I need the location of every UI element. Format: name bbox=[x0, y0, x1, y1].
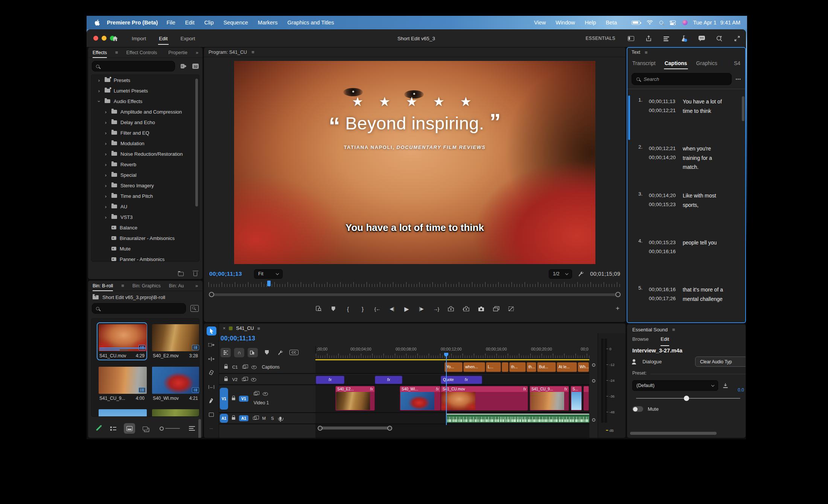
source-patch-a1[interactable]: A1 bbox=[220, 414, 228, 423]
effects-tree-item-noise-reduction-restoration[interactable]: ›Noise Reduction/Restoration bbox=[91, 149, 199, 159]
rectangle-tool[interactable] bbox=[207, 410, 216, 419]
mark-in-icon[interactable]: { bbox=[345, 306, 351, 312]
mark-out-icon[interactable]: } bbox=[360, 306, 366, 312]
linked-selection-icon[interactable] bbox=[248, 348, 258, 357]
track-select-forward-tool[interactable] bbox=[207, 340, 216, 349]
graphic-clip[interactable]: fx bbox=[375, 376, 402, 384]
program-scrollbar[interactable] bbox=[210, 293, 619, 296]
chevron-collapsed-icon[interactable]: › bbox=[104, 141, 108, 146]
thumbnail-view-icon[interactable] bbox=[124, 423, 135, 434]
stacked-panels-icon[interactable] bbox=[662, 35, 670, 42]
siri-icon[interactable] bbox=[682, 20, 688, 25]
effects-tree-item-binauralizer-ambisonics[interactable]: Binauralizer - Ambisonics bbox=[91, 233, 199, 243]
lock-icon[interactable] bbox=[232, 417, 235, 420]
caption-clip[interactable]: Yo... bbox=[444, 362, 463, 372]
lock-icon[interactable] bbox=[224, 378, 228, 381]
timeline-wrench-icon[interactable] bbox=[276, 350, 285, 355]
slip-tool[interactable]: |↔| bbox=[207, 382, 216, 391]
lock-icon[interactable] bbox=[224, 366, 228, 369]
menu-app-name[interactable]: Premiere Pro (Beta) bbox=[107, 20, 158, 26]
effects-tree-item-delay-and-echo[interactable]: ›Delay and Echo bbox=[91, 117, 199, 128]
panel-menu-icon[interactable]: ≡ bbox=[115, 50, 118, 55]
timeline-horizontal-scrollbar[interactable] bbox=[317, 427, 589, 430]
lock-icon[interactable] bbox=[232, 398, 235, 400]
export-frame-icon[interactable] bbox=[478, 306, 484, 311]
chevron-collapsed-icon[interactable]: › bbox=[104, 120, 108, 125]
caption-clip[interactable]: when... bbox=[463, 362, 485, 372]
freeform-view-icon[interactable] bbox=[143, 427, 148, 430]
panel-menu-icon[interactable]: ≡ bbox=[251, 49, 254, 55]
caption-track-menu-icon[interactable] bbox=[592, 363, 595, 367]
save-preset-icon[interactable] bbox=[723, 383, 728, 388]
marker-icon[interactable] bbox=[262, 350, 271, 355]
playback-resolution-select[interactable]: 1/2 bbox=[549, 269, 572, 279]
effects-tree-item-stereo-imagery[interactable]: ›Stereo Imagery bbox=[91, 180, 199, 191]
sequence-tab[interactable]: S41_CU bbox=[236, 326, 254, 331]
captions-scrollbar[interactable] bbox=[742, 96, 744, 121]
tab-overflow-icon[interactable]: » bbox=[196, 50, 198, 55]
track-id-v2[interactable]: V2 bbox=[232, 377, 237, 382]
chevron-collapsed-icon[interactable]: › bbox=[104, 151, 108, 157]
tab-properties[interactable]: Propertie bbox=[168, 50, 187, 55]
effects-tree-item-lumetri-presets[interactable]: ›Lumetri Presets bbox=[91, 85, 199, 96]
menu-item-window[interactable]: Window bbox=[556, 20, 575, 26]
effects-scrollbar[interactable] bbox=[195, 79, 198, 206]
nav-edit[interactable]: Edit bbox=[159, 36, 167, 41]
playhead[interactable] bbox=[446, 353, 447, 425]
chevron-collapsed-icon[interactable]: › bbox=[97, 88, 101, 94]
sync-lock-icon[interactable] bbox=[254, 392, 257, 395]
caption-text[interactable]: You have a lot of time to think bbox=[683, 97, 723, 115]
program-header[interactable]: Program: S41_CU bbox=[209, 50, 247, 55]
tab-transcript[interactable]: Transcript bbox=[632, 60, 656, 66]
caption-clip[interactable] bbox=[502, 362, 508, 372]
caption-text[interactable]: when you're training for a match. bbox=[683, 144, 723, 172]
track-id-c1[interactable]: C1 bbox=[232, 365, 238, 369]
tab-bin-broll[interactable]: Bin: B-roll bbox=[93, 283, 113, 288]
chevron-collapsed-icon[interactable]: › bbox=[104, 214, 108, 220]
graphic-clip[interactable]: fx bbox=[316, 376, 344, 384]
chevron-expanded-icon[interactable]: › bbox=[96, 99, 102, 103]
caption-row-2[interactable]: 2.00;00;12;2100;00;14;20when you're trai… bbox=[627, 141, 746, 188]
menu-item-graphics-and-titles[interactable]: Graphics and Titles bbox=[287, 20, 334, 26]
tab-captions[interactable]: Captions bbox=[665, 60, 687, 66]
caption-row-5[interactable]: 5.00;00;16;1600;00;17;26that it's more o… bbox=[627, 282, 746, 323]
panel-menu-icon[interactable]: ≡ bbox=[672, 327, 675, 332]
caption-clip[interactable]: At le... bbox=[557, 362, 577, 372]
caption-clip[interactable]: th... bbox=[509, 362, 526, 372]
sort-menu-icon[interactable] bbox=[189, 426, 195, 431]
bin-item-s41-cu-mov[interactable]: S41_CU.mov4:29 bbox=[97, 322, 147, 360]
bin-search-input[interactable] bbox=[92, 303, 186, 314]
track-visibility-icon[interactable] bbox=[263, 392, 268, 396]
goto-out-icon[interactable]: →} bbox=[433, 306, 439, 312]
apple-menu-icon[interactable] bbox=[93, 19, 101, 26]
panel-menu-icon[interactable]: ≡ bbox=[257, 326, 260, 331]
effects-search-input[interactable] bbox=[92, 61, 175, 71]
graphic-clip-quote[interactable]: Quotefx bbox=[441, 376, 482, 384]
workspace-label[interactable]: ESSENTIALS bbox=[586, 36, 615, 41]
chevron-collapsed-icon[interactable]: › bbox=[104, 172, 108, 178]
razor-tool[interactable] bbox=[207, 368, 216, 377]
list-view-icon[interactable] bbox=[110, 426, 116, 431]
play-icon[interactable]: ▶ bbox=[404, 305, 410, 313]
effects-tree-item-time-and-pitch[interactable]: ›Time and Pitch bbox=[91, 191, 199, 201]
menu-clock[interactable]: Tue Apr 1 9:41 AM bbox=[693, 20, 740, 26]
chevron-collapsed-icon[interactable]: › bbox=[104, 193, 108, 199]
caption-clip[interactable]: L... bbox=[486, 362, 501, 372]
menu-item-help[interactable]: Help bbox=[585, 20, 596, 26]
bin-item-s41-cu-9-[interactable]: S41_CU_9...4:00 bbox=[97, 365, 147, 403]
fullscreen-icon[interactable] bbox=[733, 35, 741, 42]
effects-tree-item-amplitude-and-compression[interactable]: ›Amplitude and Compression bbox=[91, 106, 199, 117]
search-sparkle-icon[interactable] bbox=[715, 35, 723, 42]
tab-browse[interactable]: Browse bbox=[632, 336, 648, 345]
voiceover-record-icon[interactable] bbox=[279, 417, 282, 420]
tab-graphics[interactable]: Graphics bbox=[696, 60, 717, 66]
panel-menu-icon[interactable]: ≡ bbox=[645, 50, 648, 55]
menu-item-clip[interactable]: Clip bbox=[204, 20, 214, 26]
thirtytwo-bit-icon[interactable]: 32 bbox=[192, 64, 199, 69]
chevron-collapsed-icon[interactable]: › bbox=[104, 109, 108, 115]
essential-sound-scrollbar[interactable] bbox=[630, 432, 717, 435]
zoom-level-select[interactable]: Fit bbox=[254, 269, 283, 279]
new-custom-bin-icon[interactable] bbox=[178, 272, 184, 276]
track-visibility-icon[interactable] bbox=[251, 378, 256, 381]
share-icon[interactable] bbox=[645, 35, 652, 42]
